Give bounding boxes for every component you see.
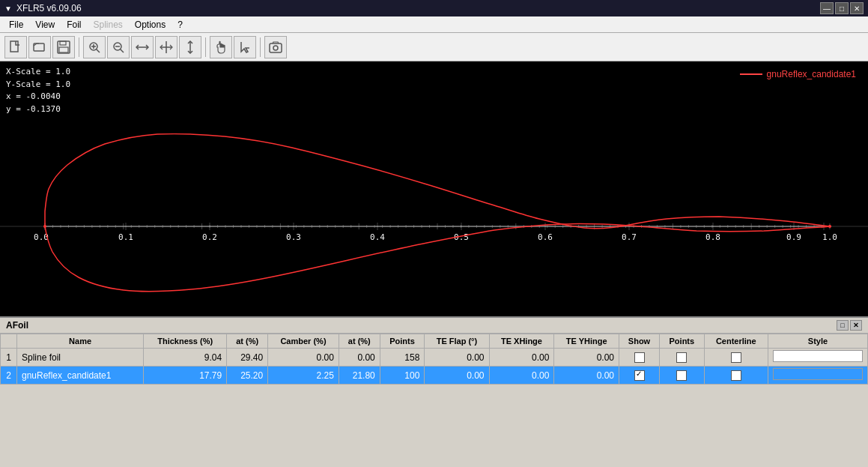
col-thick-at: at (%) <box>227 334 268 349</box>
col-thickness: Thickness (%) <box>144 334 227 349</box>
menu-file[interactable]: File <box>3 18 29 31</box>
col-style: Style <box>768 334 868 349</box>
zoom-vertical-button[interactable] <box>179 36 201 58</box>
col-show: Show <box>619 334 659 349</box>
col-camber: Camber (%) <box>268 334 339 349</box>
svg-text:0.2: 0.2 <box>202 232 217 242</box>
svg-point-143 <box>43 225 46 228</box>
title-bar: ▼ XFLR5 v6.09.06 — □ ✕ <box>0 0 868 16</box>
airfoil-table: Name Thickness (%) at (%) Camber (%) at … <box>0 334 868 385</box>
col-te-xhinge: TE XHinge <box>489 334 554 349</box>
show-points-checkbox[interactable] <box>676 370 687 381</box>
show-checkbox[interactable] <box>634 352 645 363</box>
show-points-checkbox[interactable] <box>676 352 687 363</box>
pan-button[interactable] <box>155 36 177 58</box>
row-thick-at: 25.20 <box>227 367 268 385</box>
svg-line-6 <box>97 49 100 52</box>
svg-rect-4 <box>59 47 68 52</box>
menu-foil[interactable]: Foil <box>61 18 87 31</box>
row-camber: 0.00 <box>268 349 339 367</box>
menu-splines[interactable]: Splines <box>87 18 128 31</box>
svg-rect-0 <box>10 41 18 52</box>
row-style <box>768 367 868 385</box>
col-num <box>1 334 17 349</box>
toolbar <box>0 33 868 61</box>
row-show-points[interactable] <box>660 367 705 385</box>
svg-text:0.1: 0.1 <box>118 232 133 242</box>
row-name: Spline foil <box>17 349 144 367</box>
table-row[interactable]: 1 Spline foil 9.04 29.40 0.00 0.00 158 0… <box>1 349 868 367</box>
row-centerline[interactable] <box>704 349 768 367</box>
show-checkbox-checked[interactable] <box>634 370 645 381</box>
row-thickness: 17.79 <box>144 367 227 385</box>
table-container[interactable]: Name Thickness (%) at (%) Camber (%) at … <box>0 334 868 465</box>
viewport[interactable]: X-Scale = 1.0 Y-Scale = 1.0 x = -0.0040 … <box>0 61 868 316</box>
row-camber-at: 0.00 <box>339 349 380 367</box>
save-button[interactable] <box>52 36 75 58</box>
airfoil-svg: 0.0 0.1 0.2 0.3 0.4 0.5 0.6 0.7 0.8 0.9 … <box>0 61 868 316</box>
afoil-restore-button[interactable]: □ <box>837 320 849 331</box>
row-camber: 2.25 <box>268 367 339 385</box>
window-title: XFLR5 v6.09.06 <box>16 3 82 13</box>
row-points: 158 <box>380 349 425 367</box>
svg-text:0.4: 0.4 <box>370 232 385 242</box>
centerline-checkbox[interactable] <box>731 352 741 363</box>
col-points2: Points <box>660 334 705 349</box>
row-thickness: 9.04 <box>144 349 227 367</box>
svg-line-10 <box>121 49 124 52</box>
fit-button[interactable] <box>131 36 154 58</box>
minimize-button[interactable]: — <box>820 2 834 14</box>
col-points: Points <box>380 334 425 349</box>
sep1 <box>79 37 79 57</box>
sysmenu-icon[interactable]: ▼ <box>4 4 12 13</box>
row-show[interactable] <box>619 349 659 367</box>
new-button[interactable] <box>4 36 27 58</box>
afoil-title: AFoil <box>6 320 28 331</box>
sep3 <box>260 37 261 57</box>
svg-rect-16 <box>270 43 282 52</box>
row-thick-at: 29.40 <box>227 349 268 367</box>
col-te-flap: TE Flap (°) <box>425 334 489 349</box>
row-style <box>768 349 868 367</box>
hand-button[interactable] <box>210 36 232 58</box>
menu-options[interactable]: Options <box>129 18 172 31</box>
table-row[interactable]: 2 gnuReflex_candidate1 17.79 25.20 2.25 … <box>1 367 868 385</box>
svg-text:0.9: 0.9 <box>786 232 801 242</box>
afoil-close-button[interactable]: ✕ <box>850 320 862 331</box>
menu-view[interactable]: View <box>29 18 61 31</box>
menu-bar: File View Foil Splines Options ? <box>0 16 868 33</box>
svg-text:1.0: 1.0 <box>822 232 837 242</box>
close-button[interactable]: ✕ <box>850 2 864 14</box>
svg-text:0.6: 0.6 <box>538 232 553 242</box>
zoom-out-button[interactable] <box>107 36 130 58</box>
row-camber-at: 21.80 <box>339 367 380 385</box>
row-points: 100 <box>380 367 425 385</box>
svg-point-144 <box>828 225 831 228</box>
col-name: Name <box>17 334 144 349</box>
open-button[interactable] <box>28 36 51 58</box>
maximize-button[interactable]: □ <box>835 2 849 14</box>
sep2 <box>205 37 206 57</box>
select-button[interactable] <box>234 36 256 58</box>
svg-text:0.8: 0.8 <box>705 232 720 242</box>
zoom-in-button[interactable] <box>83 36 106 58</box>
centerline-checkbox[interactable] <box>731 370 741 381</box>
row-te-yhinge: 0.00 <box>554 349 619 367</box>
row-num: 2 <box>1 367 17 385</box>
col-centerline: Centerline <box>704 334 768 349</box>
row-te-flap: 0.00 <box>425 367 489 385</box>
row-show-points[interactable] <box>660 349 705 367</box>
row-te-xhinge: 0.00 <box>489 367 554 385</box>
svg-point-17 <box>273 46 278 50</box>
row-te-yhinge: 0.00 <box>554 367 619 385</box>
svg-text:0.3: 0.3 <box>286 232 301 242</box>
screenshot-button[interactable] <box>264 36 287 58</box>
style-box-blue <box>773 368 863 380</box>
col-te-yhinge: TE YHinge <box>554 334 619 349</box>
menu-help[interactable]: ? <box>172 18 189 31</box>
row-show[interactable] <box>619 367 659 385</box>
col-camber-at: at (%) <box>339 334 380 349</box>
row-centerline[interactable] <box>704 367 768 385</box>
afoil-panel: AFoil □ ✕ Name Thickness (%) at (%) Camb… <box>0 316 868 467</box>
row-te-xhinge: 0.00 <box>489 349 554 367</box>
